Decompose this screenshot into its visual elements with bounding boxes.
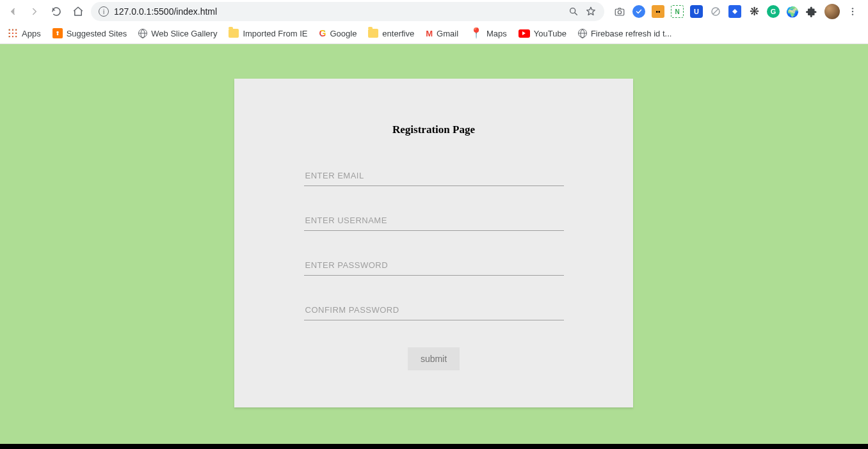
folder-icon <box>368 29 378 38</box>
url-text: 127.0.0.1:5500/index.html <box>114 6 563 17</box>
globe-icon <box>138 29 147 38</box>
password-input[interactable] <box>304 255 564 276</box>
shield-u-ext-icon[interactable]: U <box>690 5 703 18</box>
bracket-n-ext-icon[interactable]: N <box>671 5 684 18</box>
bookmark-enterfive[interactable]: enterfive <box>368 29 414 38</box>
svg-point-7 <box>852 11 853 12</box>
nav-home-button[interactable] <box>69 3 87 20</box>
bookmark-label: Web Slice Gallery <box>151 29 217 38</box>
nav-reload-button[interactable] <box>47 3 65 20</box>
bookmark-label: Google <box>330 29 357 38</box>
username-field-wrapper <box>304 210 564 231</box>
bookmark-gmail[interactable]: M Gmail <box>426 29 458 38</box>
blue-check-ext-icon[interactable] <box>632 5 645 18</box>
svg-point-0 <box>570 8 575 13</box>
confirm-password-field-wrapper <box>304 300 564 320</box>
arrow-left-icon <box>7 6 19 17</box>
taskbar-strip <box>0 444 868 449</box>
bookmark-maps[interactable]: 📍 Maps <box>470 28 507 38</box>
maps-pin-icon: 📍 <box>470 28 483 38</box>
globe-icon <box>578 29 587 38</box>
bookmarks-bar: Apps Suggested Sites Web Slice Gallery I… <box>0 23 868 44</box>
nav-forward-button[interactable] <box>26 3 44 20</box>
chrome-menu-icon[interactable] <box>846 5 859 18</box>
svg-point-8 <box>852 13 853 15</box>
username-input[interactable] <box>304 210 564 231</box>
site-info-icon[interactable]: i <box>99 6 109 17</box>
globe-color-ext-icon[interactable]: 🌍 <box>786 5 799 18</box>
page-viewport: Registration Page submit <box>0 44 868 444</box>
svg-point-3 <box>618 11 621 14</box>
bookmark-label: Apps <box>22 29 41 38</box>
confirm-password-input[interactable] <box>304 300 564 320</box>
google-g-icon: G <box>319 28 326 38</box>
dark-blob-ext-icon[interactable]: ❋ <box>748 5 760 18</box>
bookmark-label: YouTube <box>534 29 567 38</box>
profile-avatar[interactable] <box>824 4 840 19</box>
email-input[interactable] <box>304 166 564 186</box>
home-icon <box>72 6 84 17</box>
svg-rect-2 <box>615 9 624 15</box>
puzzle-extensions-icon[interactable] <box>805 5 818 18</box>
svg-point-6 <box>852 8 853 9</box>
reload-icon <box>51 6 62 17</box>
bookmark-suggested-sites[interactable]: Suggested Sites <box>52 28 127 38</box>
bookmark-label: Imported From IE <box>243 29 307 38</box>
youtube-icon <box>518 29 530 38</box>
svg-point-9 <box>56 31 58 33</box>
browser-toolbar: i 127.0.0.1:5500/index.html •• N U ❋ G 🌍 <box>0 0 868 23</box>
nav-back-button[interactable] <box>4 3 22 20</box>
svg-line-5 <box>713 9 719 15</box>
bookmark-star-icon[interactable] <box>585 6 597 17</box>
bookmark-google[interactable]: G Google <box>319 28 357 38</box>
registration-card: Registration Page submit <box>234 79 633 407</box>
green-g-ext-icon[interactable]: G <box>767 5 780 18</box>
blue-diamond-ext-icon[interactable] <box>728 5 741 18</box>
bookmark-label: enterfive <box>382 29 414 38</box>
svg-rect-10 <box>56 33 58 35</box>
bookmark-apps[interactable]: Apps <box>8 28 41 38</box>
bookmark-web-slice[interactable]: Web Slice Gallery <box>138 29 217 38</box>
bookmark-imported-ie[interactable]: Imported From IE <box>229 29 307 38</box>
submit-button[interactable]: submit <box>408 347 460 370</box>
zoom-icon[interactable] <box>568 6 579 17</box>
bookmark-label: Gmail <box>437 29 458 38</box>
camera-ext-icon[interactable] <box>613 5 626 18</box>
folder-icon <box>229 29 239 38</box>
orange-square-icon <box>52 28 63 38</box>
robot-ext-icon[interactable]: •• <box>652 5 664 18</box>
email-field-wrapper <box>304 166 564 186</box>
bookmark-firebase[interactable]: Firebase refresh id t... <box>578 29 671 38</box>
password-field-wrapper <box>304 255 564 276</box>
arrow-right-icon <box>29 6 40 17</box>
bookmark-label: Suggested Sites <box>67 29 127 38</box>
bookmark-label: Firebase refresh id t... <box>591 29 671 38</box>
svg-line-1 <box>575 13 577 15</box>
bookmark-youtube[interactable]: YouTube <box>518 29 567 38</box>
extensions-area: •• N U ❋ G 🌍 <box>608 4 864 19</box>
bookmark-label: Maps <box>486 29 507 38</box>
form-title: Registration Page <box>392 123 475 136</box>
gmail-icon: M <box>426 29 433 38</box>
nosign-ext-icon[interactable] <box>709 5 722 18</box>
address-bar[interactable]: i 127.0.0.1:5500/index.html <box>91 2 604 21</box>
apps-grid-icon <box>8 28 18 38</box>
